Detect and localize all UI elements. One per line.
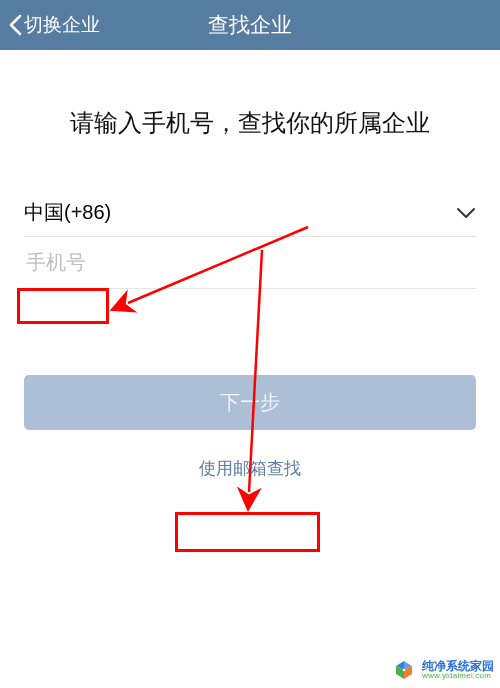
country-selector[interactable]: 中国(+86): [24, 189, 476, 237]
phone-input[interactable]: [24, 247, 476, 278]
chevron-down-icon: [456, 207, 476, 219]
next-button[interactable]: 下一步: [24, 375, 476, 430]
next-button-label: 下一步: [220, 389, 280, 416]
watermark: 纯净系统家园 www.yidaimei.com: [392, 658, 494, 682]
chevron-left-icon: [8, 14, 22, 36]
watermark-url: www.yidaimei.com: [422, 672, 494, 680]
email-link-wrap: 使用邮箱查找: [24, 452, 476, 486]
back-button[interactable]: 切换企业: [0, 12, 100, 38]
svg-point-2: [403, 669, 406, 672]
main-container: 请输入手机号，查找你的所属企业 中国(+86) 下一步 使用邮箱查找: [0, 105, 500, 486]
watermark-logo-icon: [392, 658, 416, 682]
annotation-highlight-email: [175, 512, 320, 552]
country-label: 中国(+86): [24, 199, 111, 226]
page-title: 查找企业: [208, 11, 292, 39]
use-email-link[interactable]: 使用邮箱查找: [189, 452, 311, 486]
watermark-text: 纯净系统家园 www.yidaimei.com: [422, 660, 494, 681]
back-label: 切换企业: [24, 12, 100, 38]
phone-row: [24, 237, 476, 289]
prompt-text: 请输入手机号，查找你的所属企业: [24, 105, 476, 141]
header-bar: 切换企业 查找企业: [0, 0, 500, 50]
